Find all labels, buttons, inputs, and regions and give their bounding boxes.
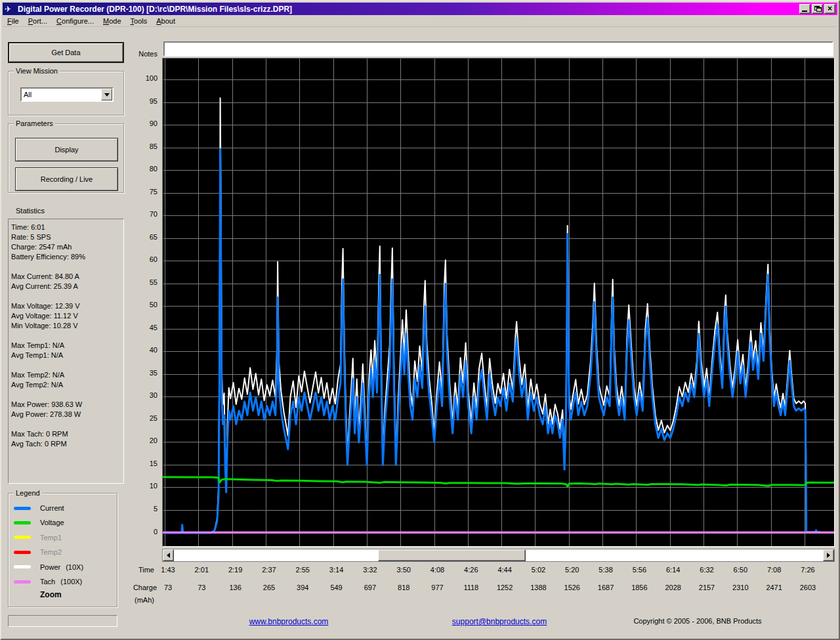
y-tick-15: 15 (128, 459, 158, 467)
support-email-link[interactable]: support@bnbproducts.com (452, 617, 547, 626)
combobox-dropdown-button[interactable] (101, 89, 112, 100)
time-tick: 4:08 (430, 566, 444, 574)
scroll-left-button[interactable] (163, 549, 174, 561)
legend-item-scale: (100X) (60, 578, 82, 586)
time-tick: 6:32 (700, 566, 713, 574)
time-tick: 5:56 (633, 566, 646, 574)
website-link[interactable]: www.bnbproducts.com (249, 617, 329, 626)
y-tick-45: 45 (128, 324, 158, 331)
arrow-left-icon (167, 553, 170, 558)
y-tick-85: 85 (128, 142, 158, 150)
get-data-button[interactable]: Get Data (8, 42, 124, 63)
y-tick-65: 65 (128, 233, 158, 241)
notes-input[interactable] (163, 41, 833, 56)
chart-panel (162, 58, 835, 547)
charge-tick: 549 (330, 584, 342, 591)
charge-tick: 1526 (564, 584, 580, 591)
statistics-line: Avg Tach: 0 RPM (11, 439, 123, 449)
charge-tick: 265 (263, 584, 275, 591)
y-tick-50: 50 (128, 301, 158, 309)
statistics-line: Max Temp1: N/A (11, 341, 123, 351)
time-tick: 5:20 (565, 566, 579, 574)
time-tick: 4:44 (497, 566, 511, 574)
y-tick-20: 20 (128, 437, 158, 444)
y-tick-40: 40 (128, 346, 158, 354)
legend-item-temp2[interactable]: Temp2 (14, 545, 62, 559)
close-button[interactable]: × (824, 4, 835, 14)
y-tick-80: 80 (128, 165, 158, 173)
chart-plot-area[interactable] (163, 58, 834, 546)
legend-item-voltage[interactable]: Voltage (14, 516, 64, 529)
legend-zoom-label[interactable]: Zoom (40, 590, 62, 599)
charge-tick: 136 (229, 584, 241, 591)
legend-item-label: Temp2 (40, 548, 62, 556)
legend-item-label: Power (40, 563, 60, 571)
tach-color-swatch (14, 580, 31, 584)
statistics-line: Battery Efficiency: 89% (11, 252, 123, 262)
title-bar: ✈ Digital Power Recorder (DPR-100) [D:\r… (3, 3, 837, 15)
charge-tick: 818 (398, 584, 410, 591)
legend-label: Legend (14, 489, 42, 497)
display-button[interactable]: Display (15, 138, 118, 161)
menu-item-configure[interactable]: Configure... (52, 16, 98, 26)
charge-tick: 73 (198, 584, 205, 591)
window-controls: × (799, 4, 835, 14)
app-window: ✈ Digital Power Recorder (DPR-100) [D:\r… (0, 0, 840, 640)
time-tick: 3:50 (396, 566, 410, 574)
time-tick: 2:37 (262, 566, 276, 574)
legend-item-power[interactable]: Power(10X) (14, 561, 83, 574)
statistics-line: Max Current: 84.80 A (11, 272, 123, 282)
menu-item-mode[interactable]: Mode (98, 16, 126, 26)
legend-item-temp1[interactable]: Temp1 (14, 531, 62, 544)
y-tick-75: 75 (128, 188, 158, 196)
charge-tick: 2603 (800, 584, 816, 591)
legend-item-tach[interactable]: Tach(100X) (14, 575, 82, 588)
time-tick: 4:26 (464, 566, 478, 574)
y-tick-5: 5 (128, 505, 158, 513)
charge-unit-label: (mAh) (100, 596, 154, 604)
legend-item-label: Temp1 (40, 534, 62, 542)
charge-tick: 1252 (497, 584, 513, 591)
parameters-label: Parameters (14, 119, 55, 127)
y-tick-55: 55 (128, 278, 158, 286)
mission-combobox[interactable]: All (20, 87, 114, 102)
temp2-color-swatch (14, 551, 31, 554)
time-tick: 5:38 (598, 566, 612, 574)
time-axis-label: Time (100, 566, 154, 574)
statistics-line (11, 390, 123, 400)
time-tick: 1:43 (161, 566, 175, 574)
menu-item-port[interactable]: Port... (24, 16, 52, 26)
scrollbar-thumb[interactable] (378, 549, 526, 561)
time-tick: 7:08 (767, 566, 781, 574)
y-tick-100: 100 (128, 74, 158, 82)
legend-item-label: Voltage (40, 519, 64, 526)
restore-button[interactable] (812, 4, 823, 14)
minimize-button[interactable] (799, 4, 810, 14)
menu-item-tools[interactable]: Tools (126, 16, 152, 26)
scroll-right-button[interactable] (823, 549, 834, 561)
statistics-line (11, 262, 123, 272)
legend-item-scale: (10X) (66, 563, 83, 571)
charge-axis-label: Charge (100, 584, 157, 591)
statistics-line: Max Temp2: N/A (11, 370, 123, 380)
recording-live-button[interactable]: Recording / Live (15, 167, 118, 191)
menu-item-file[interactable]: File (3, 16, 24, 26)
y-tick-35: 35 (128, 369, 158, 377)
charge-tick: 697 (364, 584, 376, 591)
arrow-right-icon (827, 553, 830, 558)
window-title: Digital Power Recorder (DPR-100) [D:\rc\… (18, 5, 292, 14)
chart-horizontal-scrollbar[interactable] (162, 549, 835, 562)
temp1-color-swatch (14, 536, 31, 539)
legend-item-current[interactable]: Current (14, 501, 64, 515)
menu-item-about[interactable]: About (152, 16, 180, 26)
current-color-swatch (14, 507, 31, 510)
statistics-line: Min Voltage: 10.28 V (11, 321, 123, 331)
legend-item-label: Current (40, 504, 64, 512)
time-tick: 5:02 (532, 566, 545, 574)
restore-icon-back (816, 7, 822, 12)
app-airplane-icon: ✈ (5, 5, 15, 14)
time-tick: 3:32 (363, 566, 377, 574)
statistics-line: Charge: 2547 mAh (11, 242, 123, 252)
progress-bar (8, 615, 117, 627)
y-tick-70: 70 (128, 210, 158, 218)
